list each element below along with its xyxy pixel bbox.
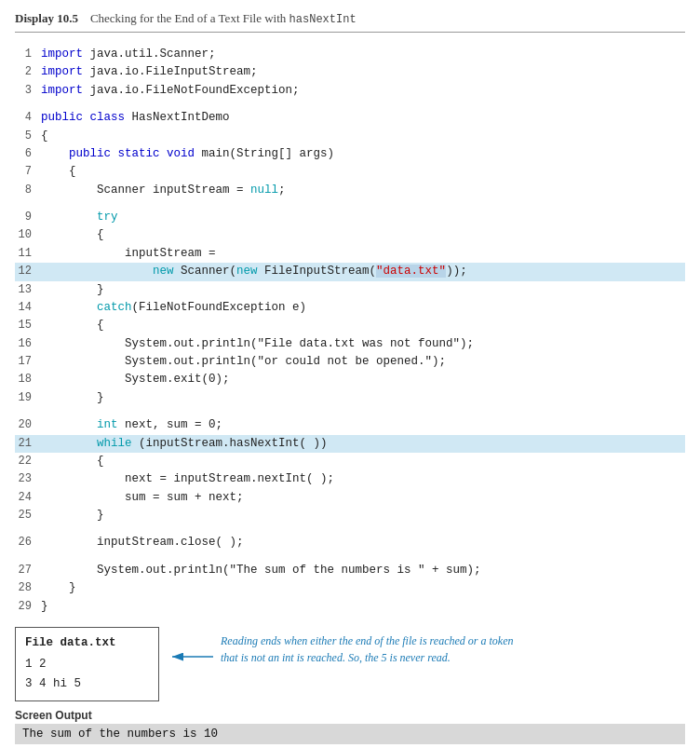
line-number: 5 — [15, 128, 41, 145]
line-content: public class HasNextIntDemo — [41, 109, 685, 127]
page-container: Display 10.5 Checking for the End of a T… — [0, 0, 700, 748]
line-content: { — [41, 128, 685, 145]
line-number: 3 — [15, 82, 41, 100]
line-content: import java.util.Scanner; — [41, 46, 685, 63]
line-content: { — [41, 453, 685, 470]
keyword: public — [69, 147, 111, 160]
code-text — [41, 211, 97, 224]
code-line: 24 sum = sum + next; — [15, 489, 685, 507]
code-text: } — [41, 581, 76, 594]
file-box-line1: 1 2 — [25, 655, 149, 674]
code-line: 2import java.io.FileInputStream; — [15, 63, 685, 81]
keyword: void — [167, 147, 195, 160]
code-text: { — [41, 319, 104, 332]
code-line: 12 new Scanner(new FileInputStream("data… — [15, 263, 685, 280]
line-number: 21 — [15, 435, 41, 453]
code-text: (FileNotFoundException e) — [132, 301, 307, 314]
line-content: Scanner inputStream = null; — [41, 182, 685, 199]
file-box-line2: 3 4 hi 5 — [25, 674, 149, 694]
file-box-title: File data.txt — [25, 633, 149, 653]
arrow-annotation-container: Reading ends when either the end of the … — [168, 631, 518, 668]
line-content: } — [41, 579, 685, 597]
code-text: )); — [446, 265, 467, 278]
code-text: inputStream.close( ); — [41, 536, 244, 549]
line-content: } — [41, 281, 685, 299]
line-number: 19 — [15, 389, 41, 407]
line-number: 22 — [15, 453, 41, 470]
display-header: Display 10.5 Checking for the End of a T… — [15, 9, 685, 33]
code-line: 15 { — [15, 317, 685, 334]
line-content: next = inputStream.nextInt( ); — [41, 470, 685, 488]
code-spacer — [15, 524, 685, 534]
line-content: System.out.println("File data.txt was no… — [41, 335, 685, 353]
code-text: sum = sum + next; — [41, 491, 244, 504]
code-line: 10 { — [15, 226, 685, 244]
line-content: new Scanner(new FileInputStream("data.tx… — [41, 263, 685, 280]
line-number: 8 — [15, 182, 41, 199]
code-text: System.out.println("The sum of the numbe… — [41, 564, 481, 577]
annotation-text: Reading ends when either the end of the … — [221, 632, 518, 666]
arrow-area — [168, 640, 215, 668]
keyword2: try — [97, 211, 118, 224]
file-box: File data.txt 1 2 3 4 hi 5 — [15, 627, 159, 701]
line-content: inputStream.close( ); — [41, 534, 685, 551]
code-line: 3import java.io.FileNotFoundException; — [15, 82, 685, 100]
line-number: 7 — [15, 163, 41, 181]
code-spacer — [15, 552, 685, 562]
code-text — [41, 437, 97, 450]
keyword: public — [41, 111, 83, 124]
code-text — [41, 265, 153, 278]
code-line: 18 System.exit(0); — [15, 371, 685, 388]
code-text: { — [41, 165, 76, 178]
keyword: import — [41, 48, 83, 61]
code-text: System.out.println("or could not be open… — [41, 355, 446, 368]
code-text — [41, 147, 69, 160]
display-title-code: hasNextInt — [289, 13, 357, 26]
code-line: 26 inputStream.close( ); — [15, 534, 685, 551]
line-content: import java.io.FileInputStream; — [41, 63, 685, 81]
code-line: 13 } — [15, 281, 685, 299]
code-text: java.io.FileNotFoundException; — [83, 84, 300, 97]
code-line: 28 } — [15, 579, 685, 597]
code-text: Scanner( — [174, 265, 237, 278]
annotation-span: Reading ends when either the end of the … — [221, 634, 513, 664]
line-content: sum = sum + next; — [41, 489, 685, 507]
line-number: 9 — [15, 209, 41, 226]
line-number: 4 — [15, 109, 41, 127]
code-text: next, sum = 0; — [118, 418, 223, 431]
line-content: inputStream = — [41, 245, 685, 263]
keyword2: catch — [97, 301, 132, 314]
code-text: (inputStream.hasNextInt( )) — [132, 437, 328, 450]
code-text: FileInputStream( — [258, 265, 377, 278]
code-text: { — [41, 228, 104, 241]
code-text — [111, 147, 118, 160]
line-number: 28 — [15, 579, 41, 597]
code-text: System.out.println("File data.txt was no… — [41, 337, 474, 350]
line-content: System.exit(0); — [41, 371, 685, 388]
line-number: 16 — [15, 335, 41, 353]
code-line: 1import java.util.Scanner; — [15, 46, 685, 63]
line-number: 14 — [15, 299, 41, 317]
code-spacer — [15, 199, 685, 209]
line-number: 15 — [15, 317, 41, 334]
code-text: inputStream = — [41, 247, 216, 260]
line-number: 2 — [15, 63, 41, 81]
line-number: 23 — [15, 470, 41, 488]
line-number: 29 — [15, 598, 41, 616]
code-line: 4public class HasNextIntDemo — [15, 109, 685, 127]
line-number: 6 — [15, 145, 41, 163]
line-number: 26 — [15, 534, 41, 551]
line-number: 25 — [15, 507, 41, 524]
line-number: 17 — [15, 353, 41, 371]
keyword: import — [41, 84, 83, 97]
code-line: 19 } — [15, 389, 685, 407]
line-number: 13 — [15, 281, 41, 299]
code-line: 8 Scanner inputStream = null; — [15, 182, 685, 199]
line-number: 1 — [15, 46, 41, 63]
code-text: } — [41, 391, 104, 404]
line-number: 11 — [15, 245, 41, 263]
code-line: 17 System.out.println("or could not be o… — [15, 353, 685, 371]
keyword2: int — [97, 418, 118, 431]
code-line: 6 public static void main(String[] args) — [15, 145, 685, 163]
code-text: Scanner inputStream = — [41, 184, 250, 197]
